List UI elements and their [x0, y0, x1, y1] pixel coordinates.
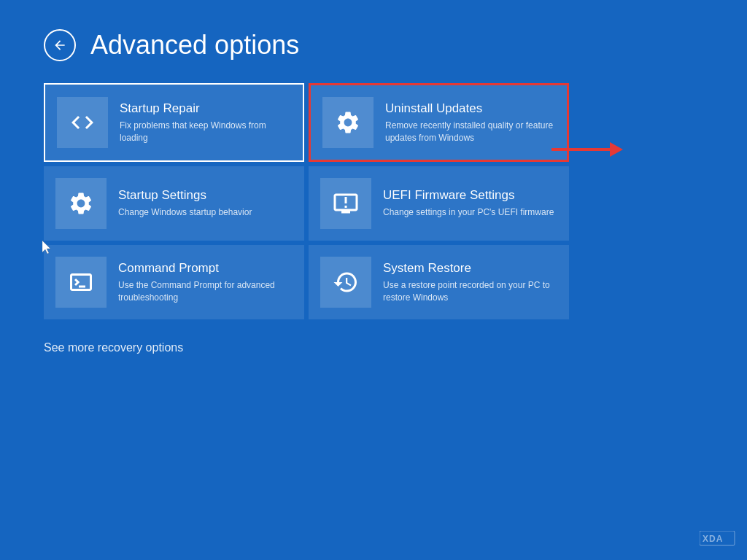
xda-watermark: XDA [700, 531, 736, 549]
system-restore-text: System Restore Use a restore point recor… [383, 261, 557, 304]
uninstall-updates-text: Uninstall Updates Remove recently instal… [385, 101, 555, 144]
back-icon [53, 38, 67, 52]
uefi-firmware-text: UEFI Firmware Settings Change settings i… [383, 188, 557, 219]
command-prompt-desc: Use the Command Prompt for advanced trou… [118, 279, 293, 304]
startup-repair-card[interactable]: Startup Repair Fix problems that keep Wi… [44, 83, 304, 162]
repair-icon [69, 109, 96, 136]
uninstall-updates-icon-box [322, 97, 374, 148]
restore-icon [333, 269, 359, 295]
arrow-head [610, 142, 623, 157]
page-title: Advanced options [90, 30, 299, 61]
gear-icon [335, 109, 361, 136]
startup-repair-title: Startup Repair [120, 101, 291, 116]
options-grid: Startup Repair Fix problems that keep Wi… [44, 83, 569, 319]
see-more-link[interactable]: See more recovery options [44, 341, 703, 354]
command-prompt-card[interactable]: Command Prompt Use the Command Prompt fo… [44, 245, 304, 319]
startup-settings-title: Startup Settings [118, 188, 293, 203]
uefi-firmware-icon-box [320, 178, 371, 229]
uninstall-updates-card[interactable]: Uninstall Updates Remove recently instal… [309, 83, 569, 162]
uefi-icon [333, 190, 359, 217]
back-button[interactable] [44, 29, 76, 61]
startup-repair-text: Startup Repair Fix problems that keep Wi… [120, 101, 291, 144]
uefi-firmware-desc: Change settings in your PC's UEFI firmwa… [383, 206, 557, 219]
cmd-icon [68, 269, 94, 295]
uninstall-updates-desc: Remove recently installed quality or fea… [385, 120, 555, 144]
startup-settings-desc: Change Windows startup behavior [118, 206, 293, 219]
startup-settings-card[interactable]: Startup Settings Change Windows startup … [44, 166, 304, 241]
startup-settings-icon [68, 190, 94, 217]
system-restore-icon-box [320, 257, 371, 308]
startup-settings-icon-box [55, 178, 107, 229]
command-prompt-title: Command Prompt [118, 261, 293, 276]
startup-settings-text: Startup Settings Change Windows startup … [118, 188, 293, 219]
page-header: Advanced options [44, 29, 703, 61]
system-restore-title: System Restore [383, 261, 557, 276]
system-restore-desc: Use a restore point recorded on your PC … [383, 279, 557, 304]
advanced-options-page: Advanced options Startup Repair Fix prob… [0, 0, 747, 560]
arrow-line [551, 148, 610, 151]
system-restore-card[interactable]: System Restore Use a restore point recor… [309, 245, 569, 319]
uefi-firmware-card[interactable]: UEFI Firmware Settings Change settings i… [309, 166, 569, 241]
red-arrow [551, 142, 623, 157]
startup-repair-icon-box [57, 97, 108, 148]
uefi-firmware-title: UEFI Firmware Settings [383, 188, 557, 203]
uninstall-updates-title: Uninstall Updates [385, 101, 555, 116]
command-prompt-text: Command Prompt Use the Command Prompt fo… [118, 261, 293, 304]
startup-repair-desc: Fix problems that keep Windows from load… [120, 120, 291, 144]
command-prompt-icon-box [55, 257, 107, 308]
svg-text:XDA: XDA [703, 534, 723, 544]
